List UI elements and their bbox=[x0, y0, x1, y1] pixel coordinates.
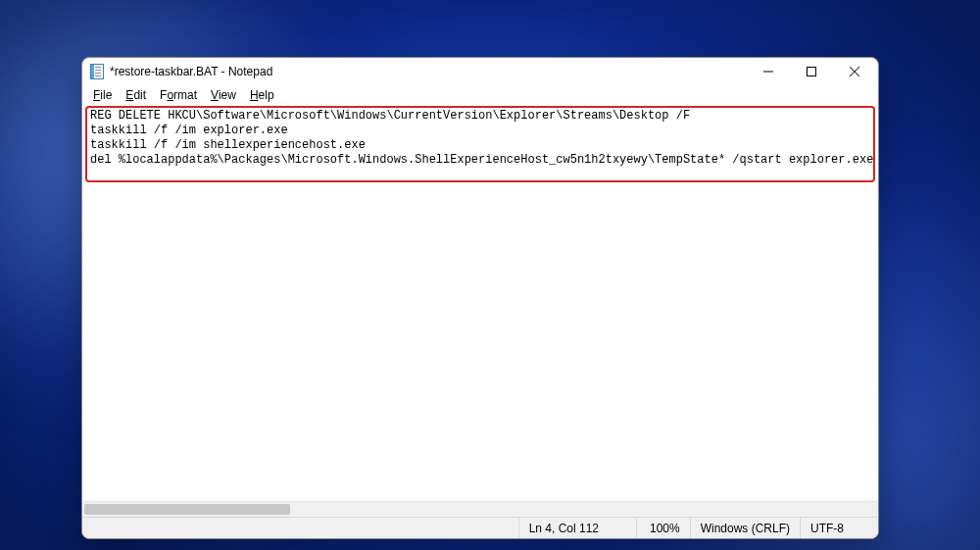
close-icon bbox=[850, 67, 859, 76]
menu-edit[interactable]: Edit bbox=[119, 87, 153, 103]
menu-format[interactable]: Format bbox=[153, 87, 204, 103]
horizontal-scrollbar[interactable] bbox=[82, 501, 878, 517]
statusbar: Ln 4, Col 112 100% Windows (CRLF) UTF-8 bbox=[82, 517, 878, 538]
status-encoding: UTF-8 bbox=[800, 518, 878, 538]
notepad-icon bbox=[90, 64, 104, 79]
svg-rect-1 bbox=[808, 68, 816, 76]
titlebar[interactable]: *restore-taskbar.BAT - Notepad bbox=[82, 58, 878, 85]
status-line-ending: Windows (CRLF) bbox=[690, 518, 800, 538]
notepad-window: *restore-taskbar.BAT - Notepad File Edit… bbox=[81, 57, 879, 539]
menu-file[interactable]: File bbox=[86, 87, 119, 103]
maximize-button[interactable] bbox=[790, 58, 833, 85]
menu-help[interactable]: Help bbox=[243, 87, 281, 103]
minimize-button[interactable] bbox=[747, 58, 790, 85]
text-editor-area[interactable]: REG DELETE HKCU\Software\Microsoft\Windo… bbox=[82, 105, 878, 501]
scrollbar-thumb[interactable] bbox=[84, 504, 290, 515]
status-zoom: 100% bbox=[636, 518, 690, 538]
code-line: REG DELETE HKCU\Software\Microsoft\Windo… bbox=[90, 109, 690, 123]
maximize-icon bbox=[807, 67, 816, 76]
text-content[interactable]: REG DELETE HKCU\Software\Microsoft\Windo… bbox=[86, 107, 874, 170]
code-line: del %localappdata%\Packages\Microsoft.Wi… bbox=[90, 153, 873, 167]
code-line: taskkill /f /im explorer.exe bbox=[90, 124, 288, 137]
code-line: taskkill /f /im shellexperiencehost.exe bbox=[90, 138, 366, 152]
menubar: File Edit Format View Help bbox=[82, 85, 878, 105]
minimize-icon bbox=[763, 67, 773, 76]
status-cursor-position: Ln 4, Col 112 bbox=[518, 518, 636, 538]
menu-view[interactable]: View bbox=[204, 87, 243, 103]
window-title: *restore-taskbar.BAT - Notepad bbox=[110, 65, 272, 78]
close-button[interactable] bbox=[833, 58, 876, 85]
